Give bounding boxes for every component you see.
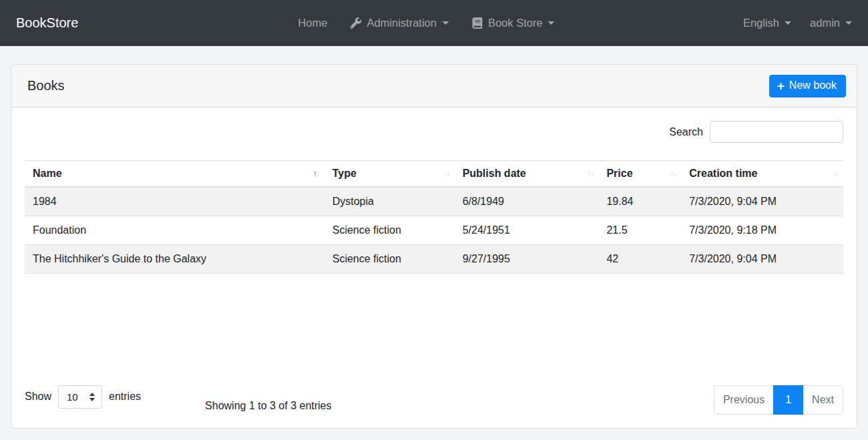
previous-page-button[interactable]: Previous <box>714 385 774 415</box>
cell-creation-time: 7/3/2020, 9:18 PM <box>681 216 843 245</box>
caret-down-icon <box>785 21 791 25</box>
nav-item-home[interactable]: Home <box>298 17 327 29</box>
search-input[interactable] <box>710 121 843 143</box>
sort-arrows-icon: ↑↓ <box>443 168 449 178</box>
brand-logo[interactable]: BookStore <box>16 15 78 31</box>
cell-name: The Hitchhiker's Guide to the Galaxy <box>25 245 324 274</box>
column-label: Type <box>333 168 357 179</box>
table-header-row: Name ↑↓ Type ↑↓ Publish date ↑↓ Price ↑↓ <box>25 161 843 188</box>
user-dropdown[interactable]: admin <box>810 17 852 29</box>
cell-type: Dystopia <box>324 187 455 216</box>
next-page-button[interactable]: Next <box>803 385 843 415</box>
language-dropdown[interactable]: English <box>743 17 791 29</box>
caret-down-icon <box>442 21 449 25</box>
column-header-publish-date[interactable]: Publish date ↑↓ <box>455 161 599 188</box>
cell-name: 1984 <box>25 187 324 216</box>
page-size-select[interactable]: 10 <box>58 385 102 409</box>
pagination: Previous 1 Next <box>714 385 843 415</box>
show-label: Show <box>25 391 51 403</box>
up-down-arrows-icon <box>89 393 95 401</box>
nav-administration-label: Administration <box>367 17 437 29</box>
page-1-button[interactable]: 1 <box>773 385 803 415</box>
book-icon <box>471 17 483 29</box>
sort-arrows-icon: ↑↓ <box>587 168 593 178</box>
plus-icon: + <box>777 79 785 92</box>
nav-item-administration[interactable]: Administration <box>350 17 449 29</box>
page-length-control: Show 10 entries <box>25 385 141 409</box>
card-header: Books + New book <box>11 65 857 107</box>
sort-arrows-icon: ↑↓ <box>832 168 838 178</box>
books-table: Name ↑↓ Type ↑↓ Publish date ↑↓ Price ↑↓ <box>25 160 843 274</box>
column-header-creation-time[interactable]: Creation time ↑↓ <box>681 161 843 188</box>
card-body: Search Name ↑↓ Type ↑↓ <box>11 107 857 428</box>
page-title: Books <box>27 78 65 93</box>
cell-name: Foundation <box>25 216 324 245</box>
column-label: Price <box>606 168 632 179</box>
cell-creation-time: 7/3/2020, 9:04 PM <box>681 187 843 216</box>
sort-arrows-icon: ↑↓ <box>313 168 319 178</box>
wrench-icon <box>350 17 361 29</box>
cell-price: 19.84 <box>598 187 681 216</box>
sort-arrows-icon: ↑↓ <box>670 168 676 178</box>
language-label: English <box>743 17 779 29</box>
cell-price: 21.5 <box>598 216 681 245</box>
cell-price: 42 <box>598 245 681 274</box>
new-book-button[interactable]: + New book <box>769 75 846 97</box>
column-header-price[interactable]: Price ↑↓ <box>598 161 681 188</box>
search-row: Search <box>25 121 843 143</box>
column-label: Publish date <box>463 168 526 179</box>
column-header-type[interactable]: Type ↑↓ <box>324 161 455 188</box>
cell-type: Science fiction <box>324 245 455 274</box>
entries-label: entries <box>109 391 141 403</box>
top-navbar: BookStore Home Administration Book Store… <box>0 0 868 46</box>
table-row: 1984 Dystopia 6/8/1949 19.84 7/3/2020, 9… <box>25 187 843 216</box>
navbar-right: English admin <box>743 17 852 29</box>
table-info: Showing 1 to 3 of 3 entries <box>205 400 331 412</box>
search-label: Search <box>669 126 703 138</box>
nav-item-book-store[interactable]: Book Store <box>471 17 555 29</box>
books-card: Books + New book Search Name ↑↓ <box>11 64 857 429</box>
cell-publish-date: 9/27/1995 <box>455 245 599 274</box>
caret-down-icon <box>845 21 852 25</box>
column-label: Creation time <box>689 168 757 179</box>
caret-down-icon <box>548 21 555 25</box>
cell-publish-date: 5/24/1951 <box>455 216 599 245</box>
table-row: The Hitchhiker's Guide to the Galaxy Sci… <box>25 245 843 274</box>
new-book-label: New book <box>789 79 837 91</box>
page-size-value: 10 <box>67 391 78 403</box>
cell-creation-time: 7/3/2020, 9:04 PM <box>681 245 843 274</box>
nav-home-label: Home <box>298 17 327 29</box>
table-row: Foundation Science fiction 5/24/1951 21.… <box>25 216 843 245</box>
main-nav: Home Administration Book Store <box>298 17 554 29</box>
column-label: Name <box>33 168 62 179</box>
user-label: admin <box>810 17 840 29</box>
table-footer: Show 10 entries Showing 1 to 3 of 3 entr… <box>25 385 843 415</box>
column-header-name[interactable]: Name ↑↓ <box>25 161 324 188</box>
cell-publish-date: 6/8/1949 <box>455 187 599 216</box>
cell-type: Science fiction <box>324 216 455 245</box>
nav-book-store-label: Book Store <box>488 17 543 29</box>
